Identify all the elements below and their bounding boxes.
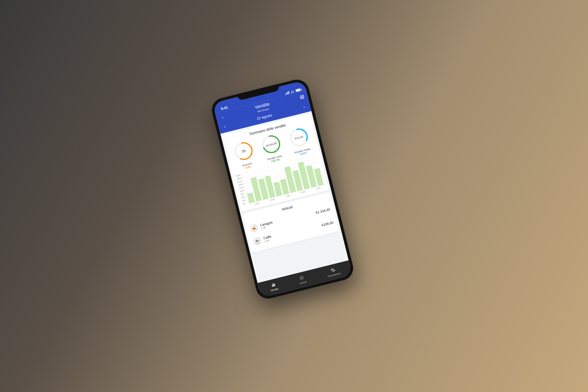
date-prev-button[interactable]: ‹ (221, 124, 228, 130)
wifi-icon (290, 90, 294, 94)
gauge-2[interactable]: €111,53 Vendita media +4.2% (285, 124, 315, 158)
list-icon (299, 275, 305, 281)
screen: 9:41 ‹ Vendite Bel tempo (213, 80, 352, 298)
svg-point-18 (300, 277, 300, 277)
article-left: ☕ Caffè x 54 (252, 234, 273, 246)
content-scroll[interactable]: Sommario delle vendite 20 Scontrini +18%… (220, 111, 349, 283)
back-button[interactable]: ‹ (219, 114, 226, 120)
svg-rect-14 (274, 284, 275, 286)
cellular-icon (285, 91, 289, 95)
svg-point-20 (300, 279, 301, 280)
articles-list: 🍝 Lasagne x 90 €1.154,40 ☕ Caffè x 54 €1… (247, 202, 336, 249)
phone-mockup: 9:41 ‹ Vendite Bel tempo (209, 77, 356, 301)
date-next-button[interactable]: › (301, 104, 307, 110)
svg-line-17 (301, 278, 304, 279)
svg-line-15 (301, 276, 303, 277)
svg-text:20: 20 (242, 149, 246, 153)
gauge-1[interactable]: €2.231,00 Vendite nette +22.1% (257, 131, 287, 165)
article-price: €1.154,40 (315, 208, 330, 215)
status-time: 9:41 (221, 105, 228, 111)
bar-icon (271, 282, 276, 288)
article-thumb: 🍝 (249, 223, 259, 234)
article-price: €108,00 (321, 220, 334, 227)
phone-body: 9:41 ‹ Vendite Bel tempo (209, 77, 356, 301)
gear-icon (330, 267, 336, 273)
svg-line-16 (301, 278, 303, 278)
article-thumb: ☕ (252, 236, 263, 246)
svg-rect-12 (272, 285, 273, 287)
tab-impostazioni[interactable]: Impostazioni (326, 266, 341, 278)
svg-text:€111,53: €111,53 (294, 135, 303, 140)
tab-label: Impostazioni (327, 272, 341, 278)
chart-bar (247, 193, 255, 203)
gauge-0[interactable]: 20 Scontrini +18% (230, 138, 260, 172)
svg-point-19 (300, 278, 301, 278)
tab-vendite[interactable]: Vendite (269, 282, 279, 292)
tab-articoli[interactable]: Articoli (298, 275, 307, 285)
svg-text:€2.231,00: €2.231,00 (266, 142, 277, 147)
battery-icon (295, 88, 301, 92)
